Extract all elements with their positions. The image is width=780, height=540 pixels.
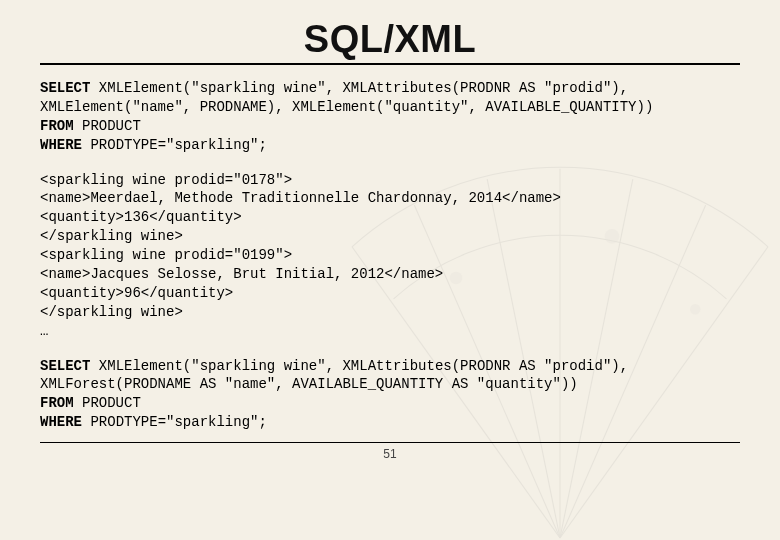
page-number: 51: [40, 447, 740, 461]
xml-output: <sparkling wine prodid="0178"> <name>Mee…: [40, 171, 740, 341]
title-underline: [40, 63, 740, 65]
sql-query-2: SELECT XMLElement("sparkling wine", XMLA…: [40, 357, 740, 433]
sql-query-1: SELECT XMLElement("sparkling wine", XMLA…: [40, 79, 740, 155]
slide-container: SQL/XML SELECT XMLElement("sparkling win…: [0, 0, 780, 540]
footer-line: [40, 442, 740, 443]
slide-title: SQL/XML: [40, 18, 740, 61]
